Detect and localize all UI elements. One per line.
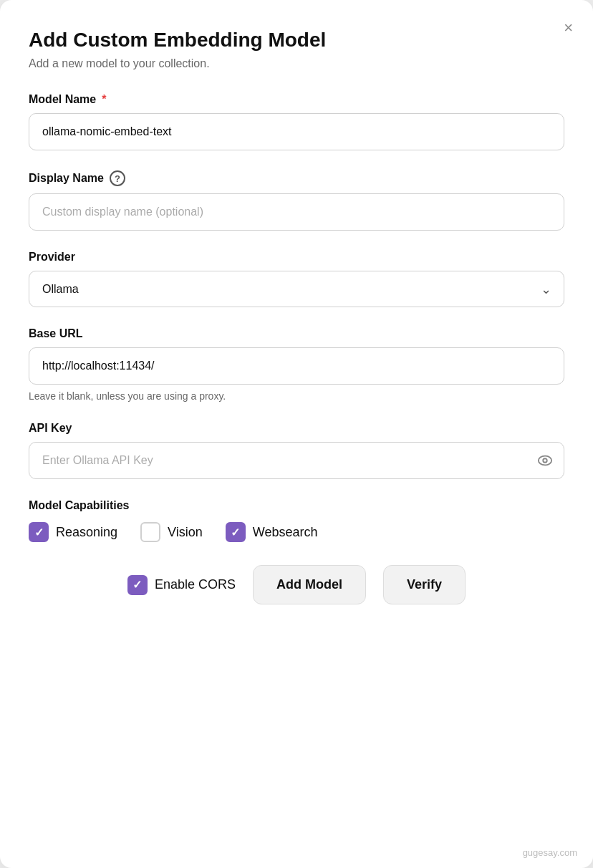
- capability-websearch[interactable]: Websearch: [226, 522, 318, 542]
- api-key-group: API Key: [29, 422, 564, 479]
- provider-select[interactable]: Ollama OpenAI Cohere HuggingFace: [29, 271, 564, 307]
- model-name-label: Model Name *: [29, 93, 564, 106]
- display-name-help-icon[interactable]: ?: [110, 170, 125, 186]
- enable-cors-label: Enable CORS: [155, 577, 236, 592]
- verify-button[interactable]: Verify: [383, 565, 466, 604]
- capabilities-section: Model Capabilities Reasoning Vision Webs…: [29, 499, 564, 542]
- eye-icon: [537, 453, 553, 468]
- capabilities-row: Reasoning Vision Websearch: [29, 522, 564, 542]
- required-indicator: *: [102, 93, 106, 106]
- modal-title: Add Custom Embedding Model: [29, 29, 564, 52]
- provider-label: Provider: [29, 251, 564, 264]
- display-name-input[interactable]: [29, 193, 564, 231]
- base-url-group: Base URL Leave it blank, unless you are …: [29, 327, 564, 402]
- add-model-button[interactable]: Add Model: [253, 565, 366, 604]
- api-key-input[interactable]: [29, 442, 564, 479]
- display-name-label: Display Name ?: [29, 170, 564, 186]
- websearch-label: Websearch: [253, 525, 318, 540]
- vision-checkbox[interactable]: [140, 522, 160, 542]
- enable-cors-group[interactable]: Enable CORS: [127, 575, 236, 595]
- reasoning-checkbox[interactable]: [29, 522, 49, 542]
- display-name-group: Display Name ?: [29, 170, 564, 231]
- api-key-label: API Key: [29, 422, 564, 435]
- modal-subtitle: Add a new model to your collection.: [29, 57, 564, 70]
- reasoning-label: Reasoning: [56, 525, 117, 540]
- api-key-input-wrapper: [29, 442, 564, 479]
- svg-point-1: [543, 458, 547, 463]
- base-url-input[interactable]: [29, 347, 564, 385]
- websearch-checkbox[interactable]: [226, 522, 246, 542]
- watermark: gugesay.com: [523, 847, 577, 858]
- add-embedding-model-modal: × Add Custom Embedding Model Add a new m…: [0, 0, 593, 868]
- provider-group: Provider Ollama OpenAI Cohere HuggingFac…: [29, 251, 564, 307]
- capabilities-label: Model Capabilities: [29, 499, 564, 512]
- model-name-input[interactable]: [29, 113, 564, 150]
- capability-reasoning[interactable]: Reasoning: [29, 522, 117, 542]
- capability-vision[interactable]: Vision: [140, 522, 203, 542]
- provider-select-wrapper: Ollama OpenAI Cohere HuggingFace ⌄: [29, 271, 564, 307]
- base-url-hint: Leave it blank, unless you are using a p…: [29, 390, 564, 402]
- footer-row: Enable CORS Add Model Verify: [29, 565, 564, 604]
- svg-point-0: [539, 456, 551, 466]
- close-button[interactable]: ×: [561, 17, 576, 39]
- vision-label: Vision: [168, 525, 203, 540]
- enable-cors-checkbox[interactable]: [127, 575, 148, 595]
- base-url-label: Base URL: [29, 327, 564, 340]
- model-name-group: Model Name *: [29, 93, 564, 150]
- toggle-password-visibility-button[interactable]: [537, 453, 553, 468]
